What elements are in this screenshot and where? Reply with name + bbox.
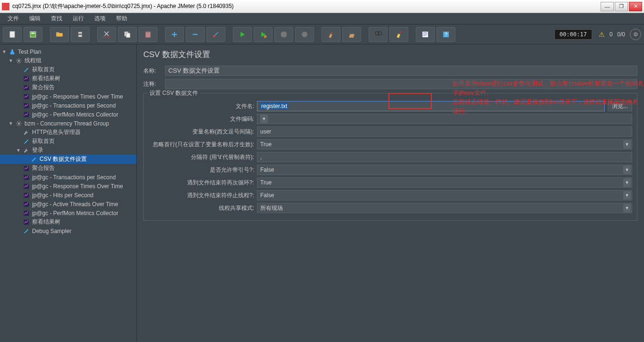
clear-button[interactable] xyxy=(322,27,340,42)
tree-arrow-icon[interactable]: ▼ xyxy=(16,148,21,153)
tree-label: Test Plan xyxy=(18,49,41,55)
tree-node-11[interactable]: ▼登录 xyxy=(0,146,136,155)
field-label-2: 变量名称(西文逗号间隔): xyxy=(149,128,257,136)
menu-运行[interactable]: 运行 xyxy=(68,13,89,24)
menu-编辑[interactable]: 编辑 xyxy=(25,13,45,24)
dropdown-arrow-icon[interactable]: ▼ xyxy=(623,166,631,174)
chart-icon xyxy=(23,200,30,208)
field-input-5[interactable]: False▼ xyxy=(257,165,632,175)
clear-all-button[interactable] xyxy=(342,27,361,42)
app-icon xyxy=(2,3,9,10)
svg-rect-15 xyxy=(331,32,332,34)
open-button[interactable] xyxy=(50,27,69,42)
menu-bar: 文件编辑查找运行选项帮助 xyxy=(0,13,644,25)
tree-node-14[interactable]: jp@gc - Transactions per Second xyxy=(0,173,136,182)
new-button[interactable] xyxy=(3,27,22,42)
field-input-0[interactable]: register.txt xyxy=(257,101,605,111)
start-no-pause-button[interactable] xyxy=(254,27,272,42)
help-button[interactable]: ? xyxy=(437,27,455,42)
tree-node-16[interactable]: jp@gc - Hits per Second xyxy=(0,191,136,200)
dropdown-arrow-icon[interactable]: ▼ xyxy=(623,191,631,200)
field-input-3[interactable]: True▼ xyxy=(257,139,632,150)
field-input-6[interactable]: True▼ xyxy=(257,177,632,188)
cut-button[interactable] xyxy=(97,27,116,42)
tree-label: jp@gc - Active Threads Over Time xyxy=(32,201,118,208)
tree-node-10[interactable]: 获取首页 xyxy=(0,137,136,146)
dropdown-arrow-icon[interactable]: ▼ xyxy=(260,115,268,123)
svg-rect-1 xyxy=(30,32,36,37)
menu-选项[interactable]: 选项 xyxy=(90,13,110,24)
tree-node-3[interactable]: 察看结果树 xyxy=(0,74,136,83)
stop-button[interactable] xyxy=(274,27,293,42)
maximize-button[interactable]: ❐ xyxy=(615,2,628,11)
field-input-2[interactable]: user xyxy=(257,126,632,137)
paste-button[interactable] xyxy=(139,27,157,42)
toggle-button[interactable] xyxy=(206,27,225,42)
collapse-button[interactable] xyxy=(186,27,205,42)
tree-node-9[interactable]: HTTP信息头管理器 xyxy=(0,128,136,137)
tree-node-13[interactable]: 聚合报告 xyxy=(0,164,136,173)
comment-input[interactable] xyxy=(165,79,637,89)
gear-icon xyxy=(15,57,23,65)
field-label-3: 忽略首行(只在设置了变量名称后才生效): xyxy=(149,141,257,149)
svg-point-13 xyxy=(264,35,267,38)
thread-count: 0/0 xyxy=(617,31,625,38)
field-label-7: 遇到文件结束符停止线程?: xyxy=(149,192,257,200)
tree-arrow-icon[interactable]: ▼ xyxy=(8,58,13,63)
dropdown-arrow-icon[interactable]: ▼ xyxy=(623,204,631,212)
tree-node-7[interactable]: jp@gc - PerfMon Metrics Collector xyxy=(0,110,136,119)
field-input-4[interactable]: , xyxy=(257,152,632,162)
copy-button[interactable] xyxy=(118,27,137,42)
function-helper-button[interactable] xyxy=(416,27,435,42)
shutdown-button[interactable] xyxy=(295,27,314,42)
tree-node-17[interactable]: jp@gc - Active Threads Over Time xyxy=(0,200,136,209)
tree-label: jp@gc - PerfMon Metrics Collector xyxy=(32,210,118,217)
reset-search-button[interactable] xyxy=(389,27,408,42)
tree-arrow-icon[interactable]: ▼ xyxy=(8,121,13,126)
svg-rect-2 xyxy=(31,33,35,33)
name-input[interactable] xyxy=(165,66,637,76)
expand-button[interactable] xyxy=(165,27,184,42)
tree-node-18[interactable]: jp@gc - PerfMon Metrics Collector xyxy=(0,209,136,217)
field-input-1[interactable]: ▼ xyxy=(257,114,632,124)
minimize-button[interactable]: — xyxy=(601,2,614,11)
test-plan-tree[interactable]: ▼Test Plan▼线程组获取首页察看结果树聚合报告jp@gc - Respo… xyxy=(0,44,137,342)
tree-label: 获取首页 xyxy=(32,137,55,145)
pen-icon xyxy=(23,66,30,74)
tree-node-12[interactable]: CSV 数据文件设置 xyxy=(0,155,136,164)
svg-rect-9 xyxy=(126,33,130,38)
field-input-8[interactable]: 所有现场▼ xyxy=(257,203,632,213)
tree-label: jp@gc - Hits per Second xyxy=(32,192,93,199)
dropdown-arrow-icon[interactable]: ▼ xyxy=(623,178,631,187)
menu-帮助[interactable]: 帮助 xyxy=(111,13,132,24)
window-titlebar: cq0725.jmx (D:\软件\apache-jmeter-5.0\bin\… xyxy=(0,0,644,13)
tree-node-0[interactable]: ▼Test Plan xyxy=(0,47,136,56)
tree-node-6[interactable]: jp@gc - Transactions per Second xyxy=(0,101,136,110)
chart-icon xyxy=(23,183,30,190)
browse-button[interactable]: 浏览... xyxy=(608,101,632,111)
field-input-7[interactable]: False▼ xyxy=(257,190,632,200)
tree-node-5[interactable]: jp@gc - Response Times Over Time xyxy=(0,92,136,101)
svg-rect-4 xyxy=(78,32,82,33)
tree-label: jp@gc - Response Times Over Time xyxy=(32,93,123,100)
tree-node-4[interactable]: 聚合报告 xyxy=(0,83,136,92)
menu-查找[interactable]: 查找 xyxy=(46,13,67,24)
search-button[interactable] xyxy=(369,27,388,42)
start-button[interactable] xyxy=(233,27,252,42)
dropdown-arrow-icon[interactable]: ▼ xyxy=(623,140,631,149)
tree-node-15[interactable]: jp@gc - Response Times Over Time xyxy=(0,182,136,191)
menu-文件[interactable]: 文件 xyxy=(3,13,24,24)
window-title: cq0725.jmx (D:\软件\apache-jmeter-5.0\bin\… xyxy=(12,2,601,10)
tree-label: jp@gc - Transactions per Second xyxy=(32,102,116,109)
warning-icon[interactable]: ⚠ xyxy=(599,31,605,38)
templates-button[interactable] xyxy=(24,27,42,42)
tree-node-1[interactable]: ▼线程组 xyxy=(0,56,136,65)
close-button[interactable]: ✕ xyxy=(629,2,642,11)
save-button[interactable] xyxy=(71,27,90,42)
tree-node-19[interactable]: 察看结果树 xyxy=(0,217,136,226)
tree-node-20[interactable]: Debug Sampler xyxy=(0,226,136,235)
tree-arrow-icon[interactable]: ▼ xyxy=(2,49,7,54)
chart-icon xyxy=(23,218,30,226)
tree-node-2[interactable]: 获取首页 xyxy=(0,65,136,74)
tree-node-8[interactable]: ▼bzm - Concurrency Thread Group xyxy=(0,119,136,128)
